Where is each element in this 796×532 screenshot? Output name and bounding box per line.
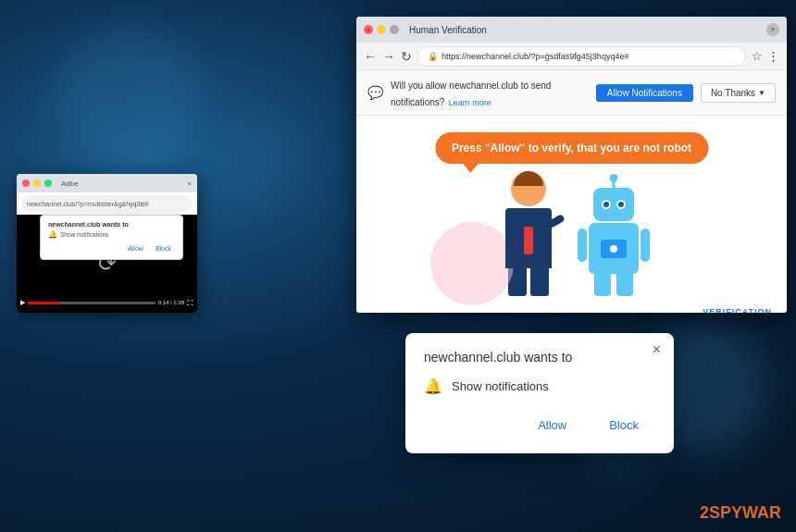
fullscreen-button[interactable]: ⛶ [187,300,193,306]
video-time: 0:14 / 1:38 [158,300,184,305]
browser-notification-bar: 💬 Will you allow newchannel.club to send… [356,70,787,116]
robot-eye-right [616,200,626,209]
play-button[interactable]: ▶ [20,299,25,306]
dropdown-arrow-icon: ▼ [758,89,765,97]
person-figure [505,171,552,296]
main-min-button[interactable] [377,25,386,34]
menu-icon[interactable]: ⋮ [767,49,779,63]
bokeh-circle-2 [204,111,305,213]
small-browser-min-button[interactable] [33,179,41,187]
notif-bar-not-allow-button[interactable]: No Thanks ▼ [701,83,776,103]
large-notification-dialog: × newchannel.club wants to 🔔 Show notifi… [405,333,674,453]
small-browser-title: Adbe [61,179,79,188]
small-notif-allow-button[interactable]: Allow [124,243,147,254]
dialog-show-notifications-text: Show notifications [452,379,549,393]
robot-arm-left [578,229,587,262]
main-browser-navbar: ← → ↻ 🔒 https://newchannel.club/?p=gsdfa… [356,43,787,70]
small-notif-block-button[interactable]: Block [152,243,175,254]
main-close-button[interactable]: × [364,25,373,34]
pink-circle-decoration [430,222,514,305]
verification-label: VERIFICATION [703,307,772,313]
person-legs [508,268,549,296]
dialog-title: newchannel.club wants to [424,350,655,365]
dialog-allow-button[interactable]: Allow [521,412,583,439]
robot-legs [594,274,633,296]
main-addressbar[interactable]: 🔒 https://newchannel.club/?p=gsdfas9fg45… [417,46,746,67]
small-browser-window: Adbe × newchannel.club/?p=multistier&g&h… [17,174,197,313]
watermark-prefix: 2 [700,503,709,522]
small-notif-bell-icon: 🔔 [48,230,57,239]
dialog-bell-icon: 🔔 [424,377,442,395]
watermark: 2SPYWAR [700,503,781,523]
small-browser-max-button[interactable] [44,179,52,187]
dialog-block-button[interactable]: Block [592,412,655,439]
watermark-brand: SPYWAR [709,503,781,522]
dialog-close-button[interactable]: × [653,342,661,357]
small-notif-buttons: Allow Block [48,243,175,254]
small-browser-close-x[interactable]: × [187,179,192,188]
refresh-button[interactable]: ↻ [401,50,412,63]
small-notif-title: newchannel.club wants to [48,221,175,228]
dialog-action-buttons: Allow Block [424,412,655,439]
speech-bubble: Press "Allow" to verify, that you are no… [435,132,708,164]
notif-bar-allow-button[interactable]: Allow Notifications [596,84,693,102]
robot-figure [589,188,639,296]
back-button[interactable]: ← [364,50,377,63]
notif-bar-chat-icon: 💬 [367,85,383,100]
characters-illustration [356,171,787,296]
video-progress-fill [28,302,59,304]
verification-page: Press "Allow" to verify, that you are no… [356,116,787,313]
main-browser-url: https://newchannel.club/?p=gsdfas9fg45j3… [442,52,628,61]
person-body [505,208,552,268]
robot-leg-left [594,274,611,296]
person-head [511,171,546,206]
small-browser-titlebar: Adbe × [17,174,197,192]
main-browser-tab-title: Human Verification [402,25,760,35]
robot-leg-right [616,274,633,296]
forward-button[interactable]: → [382,50,395,63]
person-leg-right [530,268,549,296]
robot-eye-left [602,200,611,209]
main-titlebar-controls: × [364,25,399,34]
dialog-notification-row: 🔔 Show notifications [424,377,655,395]
robot-chest-light [610,245,617,253]
person-hair [514,171,543,186]
robot-head [593,188,634,221]
small-browser-addressbar[interactable]: newchannel.club/?p=multistier&g&hyq3le# [21,195,193,212]
small-notif-item-text: Show notifications [60,231,108,238]
lock-icon: 🔒 [428,52,438,61]
small-notif-body: 🔔 Show notifications [48,230,175,239]
new-tab-button[interactable]: + [766,23,779,36]
notif-bar-learn-more-link[interactable]: Learn more [449,98,491,107]
main-browser-content: Press "Allow" to verify, that you are no… [356,116,787,313]
person-arm [547,214,566,229]
bokeh-circle-1 [56,28,204,176]
bookmarks-icon[interactable]: ☆ [752,49,763,63]
main-browser-window: × Human Verification + ← → ↻ 🔒 https://n… [356,17,787,313]
person-tie [524,227,533,254]
robot-arm-right [641,229,650,262]
robot-antenna [612,179,615,188]
video-controls-bar: ▶ 0:14 / 1:38 ⛶ [17,292,197,313]
robot-body [589,223,639,274]
small-browser-notification-popup: newchannel.club wants to 🔔 Show notifica… [40,215,183,260]
small-browser-close-button[interactable] [22,179,30,187]
main-browser-titlebar: × Human Verification + [356,17,787,43]
robot-chest [601,240,627,258]
main-max-button[interactable] [390,25,399,34]
small-browser-url: newchannel.club/?p=multistier&g&hyq3le# [27,201,149,207]
nav-action-buttons: ☆ ⋮ [752,49,779,63]
video-progress-bar[interactable] [28,302,155,304]
